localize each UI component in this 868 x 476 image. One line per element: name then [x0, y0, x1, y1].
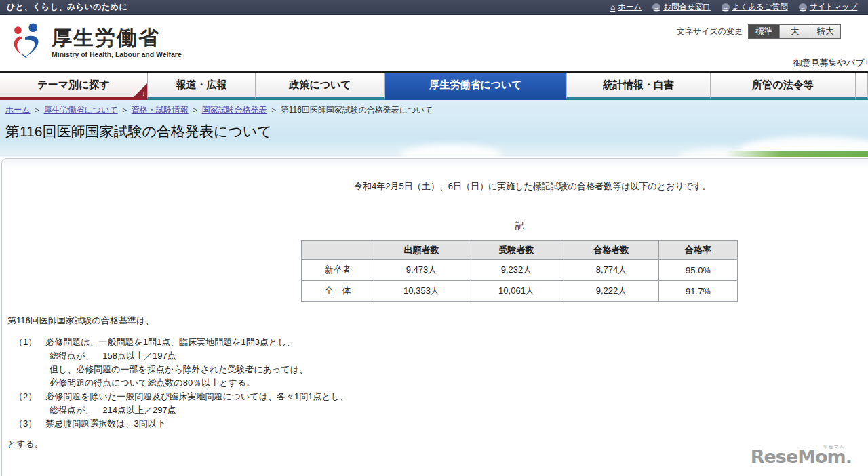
- page-title: 第116回医師国家試験の合格発表について: [5, 122, 868, 141]
- pass-criteria-text: 第116回医師国家試験の合格基準は、 （1） 必修問題は、一般問題を1問1点、臨…: [7, 314, 349, 451]
- breadcrumb-exam-info[interactable]: 資格・試験情報: [132, 105, 189, 115]
- top-utility-links: ⌂ホーム →お問合せ窓口 →よくあるご質問 →サイトマップ →点字ダ: [610, 2, 863, 12]
- breadcrumb-home[interactable]: ホーム: [5, 105, 31, 115]
- criteria-line: 但し、必修問題の一部を採点から除外された受験者にあっては、: [7, 363, 349, 376]
- criteria-line: 総得点が、 214点以上／297点: [7, 403, 349, 417]
- criteria-line: （3） 禁忌肢問題選択数は、3問以下: [7, 417, 349, 431]
- nav-tab-label: テーマ別に探す: [37, 79, 109, 92]
- cell-value: 91.7%: [659, 281, 738, 302]
- font-size-standard-button[interactable]: 標準: [749, 25, 779, 38]
- top-link-sitemap[interactable]: →サイトマップ: [799, 2, 858, 12]
- arrow-circle-icon: →: [722, 3, 730, 12]
- font-size-control: 文字サイズの変更 標準 大 特大: [677, 24, 841, 39]
- arrow-circle-icon: →: [652, 3, 660, 12]
- nav-tab-statistics[interactable]: 統計情報・白書: [567, 73, 711, 100]
- nav-tab-press[interactable]: 報道・広報: [148, 73, 256, 100]
- breadcrumb-separator: ＞: [270, 105, 278, 115]
- mhlw-logo[interactable]: 厚生労働省 Ministry of Health, Labour and Wel…: [7, 22, 182, 61]
- watermark-ruby: リセマム: [823, 443, 845, 450]
- font-size-buttons: 標準 大 特大: [748, 24, 841, 39]
- cell-value: 9,222人: [564, 281, 659, 302]
- header-cell-blank: [302, 241, 374, 260]
- site-tagline: ひと、くらし、みらいのために: [7, 1, 127, 13]
- home-icon: ⌂: [610, 3, 615, 12]
- breadcrumb: ホーム＞厚生労働省について＞資格・試験情報＞国家試験合格発表＞第116回医師国家…: [0, 100, 868, 116]
- criteria-line: とする。: [7, 437, 349, 451]
- breadcrumb-current: 第116回医師国家試験の合格発表について: [281, 105, 433, 115]
- cell-value: 8,774人: [564, 260, 659, 281]
- main-navigation: テーマ別に探す ↓ 報道・広報 政策について 厚生労働省について 統計情報・白書…: [0, 71, 868, 100]
- table-row: 全 体 10,353人 10,061人 9,222人 91.7%: [302, 281, 738, 302]
- public-comment-link[interactable]: 御意見募集やパブリ: [793, 57, 868, 69]
- resemom-watermark: リセマム ReseMom.: [751, 446, 852, 467]
- cell-value: 9,232人: [469, 260, 564, 281]
- nav-tab-label: 厚生労働省について: [429, 79, 521, 92]
- cell-value: 95.0%: [659, 260, 738, 281]
- nav-tab-themes[interactable]: テーマ別に探す ↓: [0, 73, 148, 100]
- page-hero: ホーム＞厚生労働省について＞資格・試験情報＞国家試験合格発表＞第116回医師国家…: [0, 100, 868, 157]
- cell-value: 10,061人: [469, 281, 564, 302]
- header-cell-passers: 合格者数: [564, 241, 659, 260]
- top-link-contact[interactable]: →お問合せ窓口: [652, 2, 711, 12]
- nav-tab-label: 報道・広報: [176, 79, 227, 92]
- table-header-row: 出願者数 受験者数 合格者数 合格率: [302, 241, 738, 260]
- record-block: 記 出願者数 受験者数 合格者数 合格率 新卒者 9,473人 9,232人 8…: [301, 220, 738, 302]
- top-link-home[interactable]: ⌂ホーム: [610, 2, 642, 12]
- criteria-line: 総得点が、 158点以上／197点: [7, 349, 349, 363]
- font-size-xlarge-button[interactable]: 特大: [810, 25, 840, 38]
- nav-tab-label: 統計情報・白書: [603, 79, 674, 92]
- dropdown-corner-icon: [134, 83, 147, 97]
- site-header: 厚生労働省 Ministry of Health, Labour and Wel…: [0, 15, 868, 71]
- font-size-label: 文字サイズの変更: [677, 26, 743, 37]
- chevron-down-icon: ↓: [142, 90, 146, 97]
- breadcrumb-separator: ＞: [191, 105, 199, 115]
- top-link-label: サイトマップ: [810, 2, 858, 12]
- top-link-label: ホーム: [618, 2, 642, 12]
- header-cell-applicants: 出願者数: [374, 241, 469, 260]
- record-marker: 記: [301, 220, 738, 232]
- top-link-label: お問合せ窓口: [663, 2, 711, 12]
- criteria-line: 必修問題の得点について総点数の80％以上とする。: [7, 376, 349, 390]
- grass-decoration: [726, 151, 868, 157]
- criteria-line: 第116回医師国家試験の合格基準は、: [7, 314, 349, 328]
- table-row: 新卒者 9,473人 9,232人 8,774人 95.0%: [302, 260, 738, 281]
- cloud-decoration: [400, 144, 502, 157]
- nav-tab-label: 所管の法令等: [752, 79, 813, 92]
- logo-subtitle: Ministry of Health, Labour and Welfare: [52, 50, 182, 58]
- header-cell-pass-rate: 合格率: [659, 241, 738, 260]
- row-label: 全 体: [302, 281, 374, 302]
- nav-tab-partial: [856, 73, 868, 100]
- breadcrumb-separator: ＞: [33, 105, 41, 115]
- nav-tab-laws[interactable]: 所管の法令等: [711, 73, 856, 100]
- breadcrumb-results[interactable]: 国家試験合格発表: [202, 105, 267, 115]
- top-link-label: よくあるご質問: [732, 2, 788, 12]
- nav-tab-label: 政策について: [289, 79, 351, 92]
- criteria-line: （2） 必修問題を除いた一般問題及び臨床実地問題については、各々1問1点とし、: [7, 390, 349, 403]
- cell-value: 10,353人: [374, 281, 469, 302]
- mhlw-logo-icon: [7, 22, 46, 61]
- arrow-circle-icon: →: [799, 3, 807, 12]
- results-table: 出願者数 受験者数 合格者数 合格率 新卒者 9,473人 9,232人 8,7…: [301, 240, 738, 302]
- logo-title: 厚生労働省: [52, 27, 182, 49]
- top-link-faq[interactable]: →よくあるご質問: [722, 2, 788, 12]
- nav-tab-policy[interactable]: 政策について: [256, 73, 385, 100]
- logo-text: 厚生労働省 Ministry of Health, Labour and Wel…: [52, 27, 182, 58]
- cell-value: 9,473人: [374, 260, 469, 281]
- top-utility-bar: ひと、くらし、みらいのために ⌂ホーム →お問合せ窓口 →よくあるご質問 →サイ…: [0, 0, 868, 15]
- header-cell-examinees: 受験者数: [469, 241, 564, 260]
- intro-paragraph: 令和4年2月5日（土）、6日（日）に実施した標記試験の合格者数等は以下のとおりで…: [354, 180, 711, 193]
- row-label: 新卒者: [302, 260, 374, 281]
- criteria-line: （1） 必修問題は、一般問題を1問1点、臨床実地問題を1問3点とし、: [7, 336, 349, 349]
- article-content-box: 令和4年2月5日（土）、6日（日）に実施した標記試験の合格者数等は以下のとおりで…: [1, 158, 868, 476]
- font-size-large-button[interactable]: 大: [779, 25, 810, 38]
- breadcrumb-separator: ＞: [121, 105, 129, 115]
- breadcrumb-about[interactable]: 厚生労働省について: [44, 105, 118, 115]
- nav-tab-about-mhlw[interactable]: 厚生労働省について: [385, 73, 567, 100]
